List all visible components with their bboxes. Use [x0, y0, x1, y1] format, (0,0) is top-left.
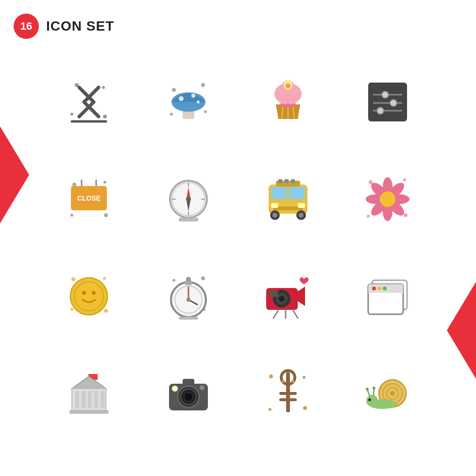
icon-grid: CLOSE — [39, 53, 437, 442]
svg-rect-59 — [285, 179, 289, 183]
svg-line-101 — [293, 310, 298, 318]
svg-point-128 — [269, 408, 272, 411]
svg-point-106 — [372, 287, 376, 290]
svg-point-13 — [197, 101, 200, 103]
svg-rect-51 — [271, 203, 278, 208]
svg-point-124 — [172, 386, 178, 391]
svg-point-54 — [272, 213, 277, 218]
svg-point-26 — [390, 100, 397, 106]
svg-point-107 — [377, 287, 381, 290]
key-tool-cell — [238, 345, 338, 442]
settings-cell — [338, 53, 437, 151]
svg-point-29 — [72, 183, 76, 187]
svg-point-8 — [170, 113, 173, 116]
svg-point-74 — [71, 277, 75, 281]
svg-point-83 — [201, 276, 205, 280]
svg-rect-52 — [298, 203, 305, 208]
cupcake-cell — [238, 53, 338, 151]
flower-cell — [338, 151, 437, 248]
svg-rect-92 — [179, 317, 198, 320]
stopwatch-cell — [138, 248, 238, 345]
svg-point-32 — [104, 213, 108, 217]
svg-point-129 — [303, 406, 307, 410]
svg-point-3 — [103, 115, 107, 119]
svg-point-144 — [366, 388, 369, 391]
svg-point-126 — [269, 374, 273, 378]
mushroom-cell — [138, 53, 238, 151]
svg-point-135 — [291, 380, 294, 383]
svg-point-24 — [382, 91, 389, 98]
svg-marker-98 — [298, 287, 305, 306]
svg-point-1 — [102, 86, 105, 89]
svg-rect-115 — [88, 391, 92, 408]
svg-point-91 — [186, 277, 191, 282]
government-cell — [39, 345, 138, 442]
page-title: ICON SET — [46, 18, 114, 34]
svg-line-142 — [367, 390, 370, 396]
svg-point-5 — [172, 88, 176, 92]
camera-cell — [138, 345, 238, 442]
svg-point-28 — [377, 107, 384, 114]
svg-point-63 — [367, 215, 370, 218]
svg-point-78 — [70, 278, 107, 315]
svg-point-123 — [184, 392, 193, 401]
svg-point-17 — [286, 84, 290, 88]
svg-point-56 — [299, 213, 304, 218]
svg-point-31 — [70, 214, 73, 217]
number-badge: 16 — [14, 14, 39, 39]
svg-rect-46 — [179, 218, 198, 221]
svg-point-139 — [390, 391, 395, 396]
close-sign-cell: CLOSE — [39, 151, 138, 248]
svg-point-7 — [204, 110, 207, 113]
svg-point-73 — [380, 191, 395, 207]
svg-rect-118 — [69, 410, 108, 414]
left-decoration — [0, 126, 29, 223]
snail-cell — [338, 345, 437, 442]
svg-line-143 — [374, 389, 374, 395]
svg-point-89 — [187, 298, 190, 302]
svg-point-30 — [103, 181, 106, 184]
svg-point-125 — [200, 385, 204, 390]
svg-point-108 — [383, 287, 387, 290]
svg-rect-114 — [82, 391, 85, 408]
right-decoration — [447, 282, 476, 379]
svg-point-2 — [70, 113, 73, 116]
svg-point-61 — [369, 180, 373, 184]
video-camera-cell — [238, 248, 338, 345]
svg-rect-97 — [269, 291, 278, 297]
svg-point-62 — [403, 178, 406, 181]
svg-marker-111 — [72, 376, 106, 389]
svg-point-77 — [104, 309, 108, 313]
svg-rect-116 — [94, 391, 98, 408]
svg-point-134 — [282, 380, 285, 383]
svg-point-11 — [179, 96, 184, 101]
bus-cell — [238, 151, 338, 248]
svg-text:CLOSE: CLOSE — [77, 194, 100, 202]
svg-point-80 — [82, 291, 86, 295]
svg-point-45 — [186, 197, 191, 202]
svg-point-6 — [201, 83, 205, 87]
svg-point-75 — [103, 277, 106, 280]
svg-point-21 — [286, 103, 290, 107]
svg-point-127 — [303, 376, 306, 379]
svg-point-12 — [191, 94, 195, 98]
svg-rect-113 — [75, 391, 79, 408]
svg-point-76 — [70, 308, 73, 311]
svg-point-82 — [172, 279, 175, 282]
svg-point-141 — [366, 395, 378, 407]
svg-rect-120 — [183, 379, 194, 386]
chevrons-cell — [39, 53, 138, 151]
svg-point-145 — [373, 387, 375, 390]
svg-rect-58 — [278, 179, 282, 183]
browser-cell — [338, 248, 437, 345]
svg-rect-22 — [368, 83, 407, 121]
svg-rect-117 — [101, 391, 104, 408]
svg-rect-105 — [368, 290, 403, 293]
svg-point-81 — [92, 291, 96, 295]
svg-point-146 — [368, 398, 371, 401]
svg-line-99 — [273, 310, 278, 318]
svg-rect-60 — [291, 179, 295, 183]
svg-point-64 — [404, 213, 408, 217]
coin-cell — [39, 248, 138, 345]
svg-point-96 — [279, 296, 285, 302]
